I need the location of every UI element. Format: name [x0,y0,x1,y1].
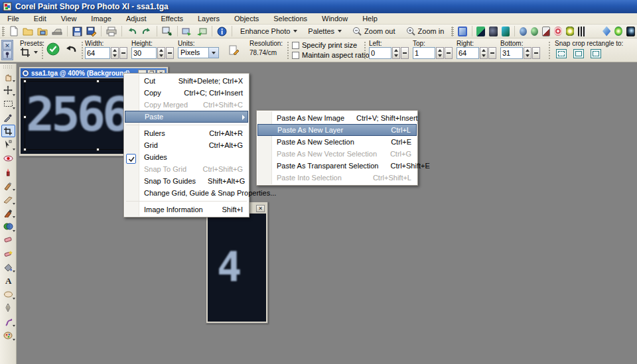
toolbar-grip[interactable] [2,27,5,36]
save-icon[interactable] [72,26,82,37]
right-spinner[interactable] [480,47,488,59]
menu-image[interactable]: Image [84,15,119,23]
reset-crop-button[interactable] [65,44,77,56]
color-changer-tool[interactable] [1,220,15,233]
height-slider-button[interactable] [166,47,174,59]
top-slider-button[interactable] [445,47,453,59]
browse-icon[interactable] [37,26,48,37]
image-window-2[interactable]: ✕ 4 [206,202,268,324]
menu-item-guides[interactable]: Guides [124,151,249,163]
red-eye-tool[interactable] [1,152,15,164]
menu-item-image-information[interactable]: Image Information Shift+I [124,204,249,215]
image-window-2-canvas[interactable]: 4 [208,213,266,322]
snap-full-image-icon[interactable] [591,49,601,58]
width-input[interactable] [85,47,110,59]
effect-sharpen-icon[interactable] [542,27,551,36]
pin-palette-icon[interactable] [3,50,12,59]
specify-print-size-checkbox[interactable]: Specify print size [292,41,357,49]
dropper-tool[interactable] [1,111,15,124]
crop-tool-selected[interactable] [1,125,15,137]
effect-preview-icon-3[interactable] [502,27,510,36]
crop-handle[interactable] [96,148,100,151]
script-toolbar-icon[interactable] [458,27,466,36]
close-icon[interactable]: ✕ [256,205,265,212]
warp-brush-tool[interactable] [1,315,15,328]
image-information-icon[interactable] [217,26,227,37]
menu-item-rulers[interactable]: Rulers Ctrl+Alt+R [124,127,249,139]
menu-file[interactable]: File [0,15,27,23]
oil-brush-tool[interactable] [1,329,15,341]
eraser-tool[interactable] [1,233,15,246]
menu-item-copy-merged[interactable]: Copy Merged Ctrl+Shift+C [124,99,249,111]
right-input[interactable] [457,47,479,59]
menu-window[interactable]: Window [315,15,355,23]
menu-item-paste[interactable]: Paste [125,111,248,123]
palette-grip[interactable] [3,65,13,69]
top-spinner[interactable] [436,47,444,59]
effect-weave-icon[interactable] [578,27,587,36]
right-slider-button[interactable] [488,47,496,59]
effect-ring-icon[interactable] [566,27,574,36]
width-slider-button[interactable] [119,47,127,59]
effect-globe-icon[interactable] [520,27,527,36]
units-dropdown-icon[interactable] [208,48,218,58]
effect-sphere-icon[interactable] [531,27,538,36]
snap-layer-opaque-icon[interactable] [556,49,567,58]
height-spinner[interactable] [157,47,165,59]
effect-swirl-icon[interactable] [554,27,562,36]
left-input[interactable] [369,47,391,59]
snap-merged-opaque-icon[interactable] [573,49,584,58]
move-tool[interactable] [1,84,15,97]
crop-handle[interactable] [23,115,27,119]
menu-item-snap-to-guides[interactable]: Snap To Guides Shift+Alt+G [124,175,249,187]
new-image-icon[interactable] [9,26,19,37]
flood-fill-tool[interactable] [1,261,15,273]
menu-selections[interactable]: Selections [266,15,315,23]
menu-item-grid[interactable]: Grid Ctrl+Alt+G [124,139,249,151]
effect-preview-icon-1[interactable] [476,27,485,36]
submenu-item-paste-as-new-image[interactable]: Paste As New Image Ctrl+V; Shift+Insert [257,112,417,124]
crop-handle[interactable] [96,80,100,83]
menu-adjust[interactable]: Adjust [119,15,154,23]
menu-item-change-grid-guide-snap-properties[interactable]: Change Grid, Guide & Snap Properties... [124,187,249,199]
preset-shape-tool[interactable] [1,288,15,300]
undo-icon[interactable] [127,26,137,37]
menu-item-snap-to-grid[interactable]: Snap To Grid Ctrl+Shift+G [124,163,249,175]
close-palette-icon[interactable]: ✕ [3,41,12,50]
enhance-photo-button[interactable]: Enhance Photo [240,27,297,35]
makeover-tool[interactable] [1,166,15,178]
paint-brush-tool[interactable] [1,206,15,219]
left-spinner[interactable] [392,47,400,59]
submenu-item-paste-as-new-selection[interactable]: Paste As New Selection Ctrl+E [257,136,417,148]
bottom-input[interactable] [500,47,523,59]
pen-tool[interactable] [1,302,15,314]
left-slider-button[interactable] [401,47,409,59]
text-tool[interactable]: A [1,274,15,287]
menu-layers[interactable]: Layers [190,15,227,23]
menu-help[interactable]: Help [355,15,385,23]
pick-tool[interactable] [1,139,15,151]
pan-tool[interactable] [1,70,15,83]
scratch-remover-tool[interactable] [1,193,15,206]
menu-item-copy[interactable]: Copy Ctrl+C; Ctrl+Insert [124,87,249,99]
units-select[interactable]: Pixels [178,47,219,58]
menu-effects[interactable]: Effects [154,15,190,23]
save-as-icon[interactable] [86,26,96,37]
submenu-item-paste-as-new-layer[interactable]: Paste As New Layer Ctrl+L [257,124,417,136]
selection-tool[interactable] [1,97,15,110]
menu-edit[interactable]: Edit [27,15,54,23]
clone-brush-tool[interactable] [1,179,15,192]
effect-preview-icon-2[interactable] [489,27,498,36]
submenu-item-paste-as-transparent-selection[interactable]: Paste As Transparent Selection Ctrl+Shif… [257,160,417,172]
maintain-aspect-ratio-checkbox[interactable]: Maintain aspect ratio [292,51,370,59]
zoom-in-button[interactable]: Zoom in [406,27,445,36]
presets-dropdown[interactable] [20,47,38,58]
palettes-button[interactable]: Palettes [308,27,342,35]
zoom-out-button[interactable]: Zoom out [352,27,395,36]
screen-capture-icon[interactable] [196,26,207,37]
export-image-icon[interactable] [182,26,192,37]
scanner-import-icon[interactable] [52,26,62,37]
top-input[interactable] [413,47,435,59]
background-eraser-tool[interactable] [1,247,15,260]
bottom-slider-button[interactable] [532,47,540,59]
